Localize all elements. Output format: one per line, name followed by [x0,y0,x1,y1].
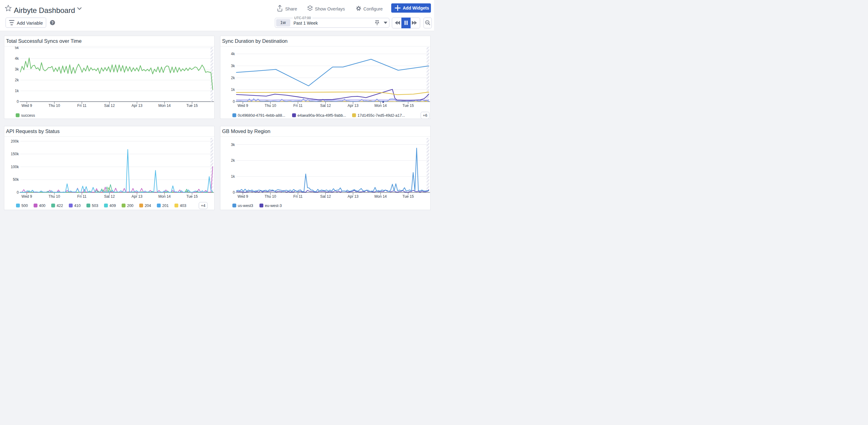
svg-text:us-west3: us-west3 [238,203,253,208]
svg-text:2k: 2k [231,158,235,162]
svg-text:Mon 14: Mon 14 [374,103,386,108]
svg-text:Fri 11: Fri 11 [77,194,87,198]
svg-text:Mon 14: Mon 14 [158,103,170,108]
svg-text:Wed 9: Wed 9 [22,194,32,198]
svg-text:403: 403 [180,203,186,208]
svg-text:Fri 11: Fri 11 [293,103,303,108]
svg-text:4k: 4k [231,52,235,56]
svg-text:?: ? [52,21,54,25]
svg-text:1k: 1k [231,88,235,92]
svg-text:Wed 9: Wed 9 [238,103,248,108]
svg-text:Fri 11: Fri 11 [77,103,87,108]
svg-text:Tue 15: Tue 15 [187,103,198,108]
svg-text:150k: 150k [11,152,19,156]
svg-text:200: 200 [127,203,133,208]
svg-text:3k: 3k [231,64,235,68]
svg-text:Apr 13: Apr 13 [347,103,359,108]
svg-text:0: 0 [233,99,235,104]
svg-text:Thu 10: Thu 10 [265,103,276,108]
svg-text:409: 409 [110,203,116,208]
svg-text:201: 201 [162,203,169,208]
svg-text:17d1455c-7ed5-49d2-a17...: 17d1455c-7ed5-49d2-a17... [358,113,405,118]
svg-text:Mon 14: Mon 14 [374,194,386,198]
svg-text:410: 410 [74,203,81,208]
svg-text:eu-west-3: eu-west-3 [265,203,282,208]
svg-text:Wed 9: Wed 9 [22,103,32,108]
svg-text:Apr 13: Apr 13 [131,103,143,108]
svg-text:Apr 13: Apr 13 [131,194,143,198]
svg-text:Wed 9: Wed 9 [238,194,248,198]
svg-text:success: success [21,113,35,118]
svg-text:204: 204 [145,203,151,208]
svg-text:422: 422 [57,203,63,208]
svg-text:50k: 50k [13,177,19,182]
svg-text:Tue 15: Tue 15 [403,194,414,198]
svg-text:1k: 1k [15,89,19,93]
svg-text:+4: +4 [201,204,205,208]
svg-text:Thu 10: Thu 10 [49,194,60,198]
svg-text:Thu 10: Thu 10 [49,103,60,108]
svg-text:Apr 13: Apr 13 [347,194,359,198]
svg-text:+6: +6 [423,113,427,118]
svg-text:2k: 2k [231,76,235,80]
svg-text:2k: 2k [15,78,19,82]
svg-text:Tue 15: Tue 15 [187,194,198,198]
svg-text:1k: 1k [231,174,235,179]
svg-text:0: 0 [233,190,235,195]
svg-text:3k: 3k [15,67,19,71]
svg-text:Sat 12: Sat 12 [104,194,115,198]
svg-text:Mon 14: Mon 14 [158,194,170,198]
svg-text:Sat 12: Sat 12 [104,103,115,108]
svg-text:e4aea90a-90ca-49f5-9abb...: e4aea90a-90ca-49f5-9abb... [298,113,346,118]
svg-text:Sat 12: Sat 12 [320,194,331,198]
svg-text:400: 400 [39,203,45,208]
svg-text:100k: 100k [11,164,19,169]
svg-text:200k: 200k [11,139,19,143]
svg-text:503: 503 [92,203,98,208]
svg-text:500: 500 [22,203,28,208]
svg-text:3k: 3k [231,142,235,147]
svg-text:4k: 4k [15,56,19,61]
svg-text:Sat 12: Sat 12 [320,103,331,108]
svg-text:0: 0 [17,99,19,104]
svg-text:0c49680d-4791-4ebb-a88...: 0c49680d-4791-4ebb-a88... [238,113,285,118]
svg-text:Fri 11: Fri 11 [293,194,303,198]
svg-text:Thu 10: Thu 10 [265,194,276,198]
svg-text:0: 0 [17,190,19,195]
svg-text:Tue 15: Tue 15 [403,103,414,108]
